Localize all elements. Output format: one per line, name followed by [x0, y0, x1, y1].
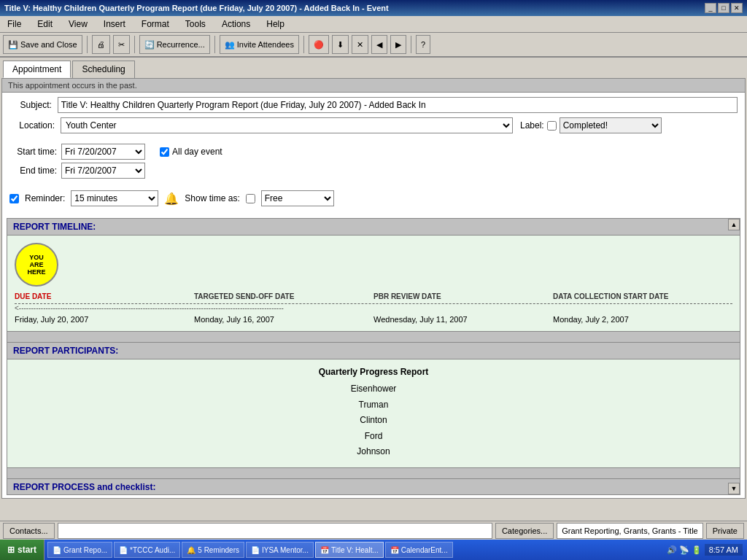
all-day-event-row: All day event [160, 147, 222, 157]
timeline-values: Friday, July 20, 2007 Monday, July 16, 2… [15, 315, 732, 324]
invite-icon: 👥 [225, 40, 235, 50]
close-button[interactable]: ✕ [731, 3, 743, 13]
reminder-label: Reminder: [25, 193, 65, 203]
delete-button[interactable]: ✕ [352, 35, 368, 54]
menu-tools[interactable]: Tools [181, 18, 210, 31]
help-button[interactable]: ? [416, 35, 430, 54]
cut-icon: ✂ [118, 40, 125, 50]
report-inner[interactable]: REPORT TIMELINE: YOU ARE HERE DUE DATE T… [7, 219, 740, 494]
pbr-header: PBR REVIEW DATE [374, 292, 553, 300]
menu-bar: File Edit View Insert Format Tools Actio… [0, 16, 747, 33]
subject-label: Subject: [9, 100, 58, 110]
back-icon: ◀ [376, 40, 382, 50]
participants-area: Quarterly Progress Report Eisenhower Tru… [7, 359, 740, 467]
participants-report-title: Quarterly Progress Report [15, 367, 732, 377]
end-time-row: End time: Fri 7/20/2007 [9, 163, 145, 179]
menu-view[interactable]: View [64, 18, 92, 31]
flag-icon: 🔴 [314, 40, 324, 50]
participant-clinton: Clinton [15, 413, 732, 429]
menu-edit[interactable]: Edit [33, 18, 57, 31]
back-button[interactable]: ◀ [371, 35, 387, 54]
toolbar-separator-5 [411, 36, 411, 53]
due-date-header: DUE DATE [15, 292, 194, 300]
forward-button[interactable]: ▶ [390, 35, 406, 54]
show-time-select[interactable]: Free [261, 190, 334, 206]
window-controls: _ □ ✕ [705, 3, 743, 13]
menu-file[interactable]: File [3, 18, 26, 31]
report-container: REPORT TIMELINE: YOU ARE HERE DUE DATE T… [7, 218, 740, 495]
minimize-button[interactable]: _ [705, 3, 716, 13]
start-time-select[interactable]: Fri 7/20/2007 [61, 144, 145, 160]
data-collection-value: Monday, July 2, 2007 [553, 315, 732, 324]
label-select[interactable]: Completed! [560, 117, 662, 133]
tabs-container: Appointment Scheduling [0, 58, 747, 78]
start-time-label: Start time: [9, 147, 57, 157]
print-button[interactable]: 🖨 [92, 35, 110, 54]
toolbar-separator-4 [303, 36, 304, 53]
end-time-section: End time: Fri 7/20/2007 [9, 163, 738, 179]
send-off-header: TARGETED SEND-OFF DATE [194, 292, 374, 300]
timeline-section-header: REPORT TIMELINE: [7, 219, 740, 236]
save-close-button[interactable]: 💾 Save and Close [3, 35, 82, 54]
reminder-row: Reminder: 15 minutes 🔔 Show time as: Fre… [9, 190, 738, 211]
window-title: Title V: Healthy Children Quarterly Prog… [4, 4, 389, 12]
reminder-select[interactable]: 15 minutes [71, 190, 158, 206]
menu-help[interactable]: Help [262, 18, 289, 31]
scroll-down-button[interactable]: ▼ [728, 483, 740, 494]
recurrence-icon: 🔄 [144, 40, 155, 50]
menu-actions[interactable]: Actions [217, 18, 255, 31]
delete-icon: ✕ [357, 40, 363, 50]
cut-button[interactable]: ✂ [113, 35, 130, 54]
warning-bar: This appointment occurs in the past. [2, 79, 745, 93]
show-time-label: Show time as: [185, 193, 239, 203]
toolbar-separator-1 [87, 36, 88, 53]
print-icon: 🖨 [97, 40, 105, 49]
scroll-up-button[interactable]: ▲ [728, 219, 740, 230]
process-section-header: REPORT PROCESS and checklist: [7, 479, 740, 494]
participants-section-header: REPORT PARTICIPANTS: [7, 343, 740, 359]
send-off-value: Monday, July 16, 2007 [194, 315, 374, 324]
maximize-button[interactable]: □ [718, 3, 729, 13]
subject-input[interactable] [58, 97, 738, 113]
warning-text: This appointment occurs in the past. [8, 81, 137, 90]
toolbar-separator-3 [214, 36, 215, 53]
participant-ford: Ford [15, 429, 732, 445]
label-checkbox[interactable] [547, 121, 557, 131]
all-day-checkbox[interactable] [160, 147, 169, 157]
bell-icon: 🔔 [164, 192, 179, 206]
menu-format[interactable]: Format [137, 18, 174, 31]
form-area: Subject: Location: Youth Center Label: C… [2, 93, 745, 215]
timeline-area: YOU ARE HERE DUE DATE TARGETED SEND-OFF … [7, 236, 740, 331]
location-row: Location: Youth Center Label: Completed! [9, 117, 738, 133]
location-select[interactable]: Youth Center [61, 117, 513, 133]
menu-insert[interactable]: Insert [99, 18, 130, 31]
flag-button[interactable]: 🔴 [309, 35, 329, 54]
recurrence-button[interactable]: 🔄 Recurrence... [139, 35, 210, 54]
location-label: Location: [9, 120, 61, 131]
flag-down-icon: ⬇ [337, 40, 344, 50]
show-time-checkbox[interactable] [246, 194, 255, 203]
save-icon: 💾 [8, 40, 18, 50]
tab-appointment[interactable]: Appointment [3, 61, 71, 78]
reminder-checkbox[interactable] [9, 194, 19, 203]
subject-row: Subject: [9, 97, 738, 113]
help-icon: ? [421, 40, 425, 49]
data-collection-header: DATA COLLECTION START DATE [553, 292, 732, 300]
participant-eisenhower: Eisenhower [15, 381, 732, 397]
flag-down-button[interactable]: ⬇ [332, 35, 349, 54]
content-area: This appointment occurs in the past. Sub… [1, 78, 746, 499]
invite-attendees-button[interactable]: 👥 Invite Attendees [220, 35, 299, 54]
participants-list: Eisenhower Truman Clinton Ford Johnson [15, 381, 732, 460]
title-bar: Title V: Healthy Children Quarterly Prog… [0, 0, 747, 16]
label-section: Label: Completed! [520, 117, 662, 133]
participant-johnson: Johnson [15, 444, 732, 460]
label-text: Label: [520, 120, 544, 131]
forward-icon: ▶ [395, 40, 401, 50]
timeline-arrow: <---------------------------------------… [15, 303, 732, 312]
end-time-select[interactable]: Fri 7/20/2007 [61, 163, 145, 179]
end-time-label: End time: [9, 166, 57, 176]
timeline-headers: DUE DATE TARGETED SEND-OFF DATE PBR REVI… [15, 292, 732, 300]
tab-scheduling[interactable]: Scheduling [72, 61, 134, 78]
you-are-here-badge: YOU ARE HERE [15, 243, 58, 287]
start-time-row: Start time: Fri 7/20/2007 [9, 144, 145, 160]
